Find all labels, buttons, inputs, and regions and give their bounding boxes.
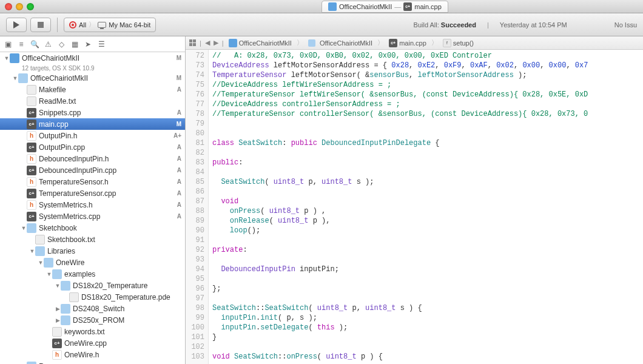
run-button[interactable]	[6, 18, 27, 32]
code-line[interactable]: TemperatureSensor leftMotorSensor( &sens…	[212, 70, 643, 80]
tree-row[interactable]: hDebouncedInputPin.hA	[0, 153, 185, 164]
tree-row[interactable]: hOutputPin.hA+	[0, 130, 185, 141]
tree-row[interactable]: ▶DS2408_Switch	[0, 303, 185, 314]
code-line[interactable]	[212, 187, 643, 197]
tree-row[interactable]: Sketchbook.txt	[0, 234, 185, 245]
disclosure-triangle[interactable]: ▼	[38, 260, 44, 266]
tree-row[interactable]: MakefileA	[0, 84, 185, 95]
code-line[interactable]	[212, 148, 643, 158]
project-tree[interactable]: ▼OfficeChairiotMkIIM12 targets, OS X SDK…	[0, 52, 185, 364]
breakpoint-navigator-icon[interactable]: ➤	[82, 39, 93, 50]
disclosure-triangle[interactable]: ▼	[55, 283, 61, 289]
code-line[interactable]: void SeatSwitch::onPress( uint8_t p ) {	[212, 352, 643, 362]
code-line[interactable]: void	[212, 197, 643, 206]
line-number: 95	[186, 274, 204, 284]
tree-row[interactable]: c+Snippets.cppA	[0, 107, 185, 118]
disclosure-triangle[interactable]: ▶	[55, 306, 61, 312]
line-number: 82	[186, 148, 204, 158]
code-line[interactable]	[212, 235, 643, 245]
project-navigator-icon[interactable]: ▣	[2, 39, 13, 50]
code-line[interactable]: SeatSwitch( uint8_t p, uint8_t s );	[212, 177, 643, 187]
tree-row[interactable]: c+SystemMetrics.cppA	[0, 211, 185, 222]
report-navigator-icon[interactable]: ☰	[96, 39, 107, 50]
jumpbar-item[interactable]: setup()	[453, 39, 474, 47]
code-line[interactable]: SeatSwitch::SeatSwitch( uint8_t p, uint8…	[212, 303, 643, 313]
issues-label: No Issu	[614, 21, 637, 29]
disclosure-triangle[interactable]: ▼	[4, 55, 10, 61]
jumpbar-item[interactable]: OfficeChairiotMkII	[239, 39, 292, 47]
tree-row[interactable]: c+main.cppM	[0, 118, 185, 130]
tree-row[interactable]: ▼Sketchbook	[0, 222, 185, 234]
code-line[interactable]	[212, 294, 643, 303]
tree-row[interactable]: hSystemMetrics.hA	[0, 199, 185, 211]
code-line[interactable]	[212, 342, 643, 352]
back-button[interactable]: ◀	[205, 39, 210, 47]
cpp-icon: c+	[27, 212, 36, 221]
tree-row[interactable]: keywords.txt	[0, 326, 185, 337]
source-editor[interactable]: 7273747576777879808182838485868788899091…	[186, 50, 643, 364]
tree-row[interactable]: ▼OfficeChairiotMkIIM	[0, 52, 185, 64]
find-navigator-icon[interactable]: 🔍	[29, 39, 40, 50]
tree-row[interactable]: ▼Libraries	[0, 245, 185, 257]
tree-row[interactable]: ▼examples	[0, 268, 185, 280]
tree-row[interactable]: hOneWire.h	[0, 349, 185, 360]
zoom-window-button[interactable]	[27, 3, 34, 10]
related-items-icon[interactable]	[189, 39, 196, 46]
code-line[interactable]: DeviceAddress leftMotorSensorAddress = {…	[212, 61, 643, 70]
code-line[interactable]: onPress( uint8_t p ) ,	[212, 206, 643, 216]
tree-row[interactable]: ▼OneWire	[0, 257, 185, 268]
jumpbar-item[interactable]: main.cpp	[399, 39, 426, 47]
tree-row[interactable]: DS18x20_Temperature.pde	[0, 291, 185, 303]
tree-row[interactable]: ▼DS18x20_Temperature	[0, 280, 185, 291]
test-navigator-icon[interactable]: ◇	[56, 39, 67, 50]
code-line[interactable]: inputPin.init( p, s );	[212, 313, 643, 323]
tree-row[interactable]: c+OneWire.cpp	[0, 337, 185, 349]
code-line[interactable]: //DeviceAddress leftWireSensorAddress = …	[212, 80, 643, 90]
jumpbar-item[interactable]: OfficeChairiotMkII	[320, 39, 372, 47]
code-line[interactable]: private:	[212, 245, 643, 255]
code-line[interactable]: inputPin.setDelegate( this );	[212, 323, 643, 332]
disclosure-triangle[interactable]: ▼	[29, 248, 35, 254]
code-line[interactable]: // A: 0x28, 0x73, 0x0D, 0xB0, 0x02, 0x00…	[212, 51, 643, 61]
close-window-button[interactable]	[5, 3, 12, 10]
window-tab[interactable]: OfficeChairiotMkII — c+ main.cpp	[322, 1, 448, 13]
tree-row[interactable]: c+DebouncedInputPin.cppA	[0, 164, 185, 176]
forward-button[interactable]: ▶	[214, 39, 218, 47]
issue-navigator-icon[interactable]: ⚠	[42, 39, 53, 50]
stop-button[interactable]	[30, 18, 51, 32]
tree-row[interactable]: ReadMe.txt	[0, 95, 185, 107]
code-line[interactable]: loop();	[212, 226, 643, 235]
scheme-selector[interactable]: All 〉 My Mac 64-bit	[64, 18, 156, 32]
code-line[interactable]	[212, 119, 643, 129]
debug-navigator-icon[interactable]: ▦	[69, 39, 80, 50]
build-result: Succeeded	[441, 21, 476, 29]
code-line[interactable]: //TemperatureSensor leftWireSensor( &sen…	[212, 90, 643, 99]
tree-row[interactable]: ▼OfficeChairiotMkIIM	[0, 72, 185, 84]
code-line[interactable]	[212, 274, 643, 284]
disclosure-triangle[interactable]: ▼	[46, 271, 52, 277]
code-line[interactable]: onRelease( uint8_t p ),	[212, 216, 643, 226]
tree-row[interactable]: c+OutputPin.cppA	[0, 141, 185, 153]
tree-row-subtitle: 12 targets, OS X SDK 10.9	[0, 64, 185, 72]
tree-row[interactable]: hTemperatureSensor.hA	[0, 176, 185, 187]
code-content[interactable]: // A: 0x28, 0x73, 0x0D, 0xB0, 0x02, 0x00…	[209, 50, 643, 364]
tree-row[interactable]: ▶DS250x_PROM	[0, 314, 185, 326]
code-line[interactable]: class SeatSwitch: public DebouncedInputP…	[212, 138, 643, 148]
code-line[interactable]: }	[212, 332, 643, 342]
disclosure-triangle[interactable]: ▼	[21, 225, 27, 231]
tree-row[interactable]: ▶Resources	[0, 360, 185, 364]
code-line[interactable]: //TemperatureSensor controllerSensor( &s…	[212, 109, 643, 119]
jump-bar[interactable]: | ◀ ▶ | OfficeChairiotMkII 〉 OfficeChair…	[186, 36, 643, 50]
code-line[interactable]: public:	[212, 158, 643, 167]
minimize-window-button[interactable]	[16, 3, 23, 10]
disclosure-triangle[interactable]: ▶	[55, 317, 61, 323]
code-line[interactable]	[212, 129, 643, 138]
code-line[interactable]	[212, 167, 643, 177]
code-line[interactable]	[212, 255, 643, 265]
code-line[interactable]: DebouncedInputPin inputPin;	[212, 265, 643, 274]
code-line[interactable]: };	[212, 284, 643, 294]
symbol-navigator-icon[interactable]: ≡	[16, 39, 27, 50]
code-line[interactable]: //DeviceAddress controllerSensorAddress …	[212, 99, 643, 109]
disclosure-triangle[interactable]: ▼	[12, 75, 18, 81]
tree-row[interactable]: c+TemperatureSensor.cppA	[0, 187, 185, 199]
